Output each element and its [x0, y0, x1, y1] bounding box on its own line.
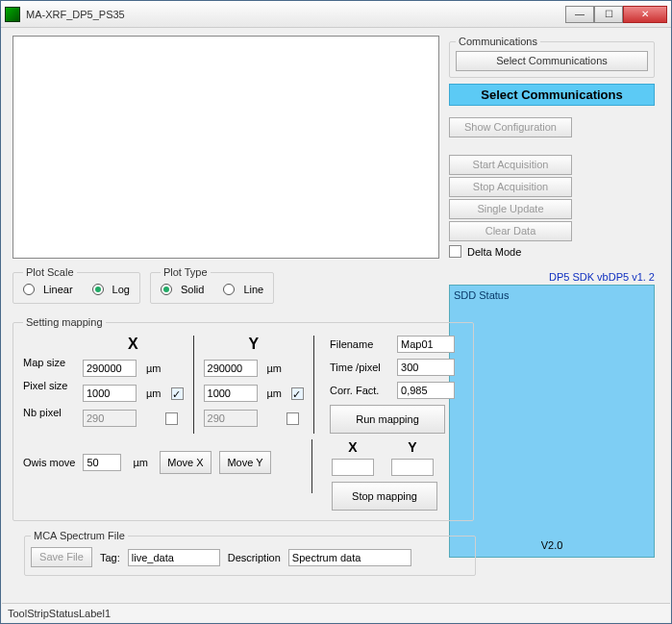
corr-fact-label: Corr. Fact. — [330, 385, 391, 396]
sdk-version-label: DP5 SDK vbDP5 v1. 2 — [449, 271, 655, 283]
pos-x-input[interactable] — [332, 459, 374, 476]
time-pixel-label: Time /pixel — [330, 362, 391, 373]
plot-scale-linear-radio[interactable] — [23, 284, 35, 295]
time-pixel-input[interactable] — [397, 359, 455, 376]
nb-pixel-y-check[interactable] — [286, 412, 299, 425]
filename-label: Filename — [330, 338, 391, 350]
plot-scale-log-radio[interactable] — [92, 284, 104, 295]
plot-type-group: Plot Type Solid Line — [150, 266, 274, 304]
pos-y-input[interactable] — [391, 459, 434, 476]
tag-label: Tag: — [100, 552, 120, 563]
communications-group: Communications Select Communications — [449, 36, 655, 78]
map-size-x-input[interactable] — [83, 360, 137, 377]
titlebar: MA-XRF_DP5_PS35 — ☐ ✕ — [1, 1, 671, 28]
pixel-size-y-input[interactable] — [204, 385, 258, 402]
status-label: ToolStripStatusLabel1 — [8, 608, 111, 619]
app-window: MA-XRF_DP5_PS35 — ☐ ✕ Communications Sel… — [0, 0, 672, 624]
setting-mapping-group: Setting mapping Map size Pixel size Nb p… — [12, 316, 474, 521]
nb-pixel-x-check[interactable] — [165, 412, 178, 425]
minimize-button[interactable]: — — [565, 6, 594, 23]
select-communications-highlight[interactable]: Select Communications — [449, 84, 655, 106]
plot-type-legend: Plot Type — [161, 266, 211, 278]
single-update-button[interactable]: Single Update — [449, 199, 572, 219]
filename-input[interactable] — [397, 336, 455, 353]
mca-spectrum-group: MCA Spectrum File Save File Tag: Descrip… — [24, 530, 476, 576]
maximize-button[interactable]: ☐ — [594, 6, 623, 23]
xy-divider-1 — [193, 336, 194, 434]
description-label: Description — [228, 552, 281, 563]
communications-legend: Communications — [456, 36, 540, 47]
y-header: Y — [204, 336, 305, 353]
sdd-version: V2.0 — [450, 539, 654, 551]
move-y-button[interactable]: Move Y — [219, 451, 271, 474]
plot-canvas — [12, 36, 439, 259]
nb-pixel-y-input — [204, 410, 258, 427]
pos-y-label: Y — [391, 439, 434, 455]
nb-pixel-label: Nb pixel — [23, 407, 77, 418]
plot-scale-legend: Plot Scale — [23, 266, 77, 278]
select-communications-button[interactable]: Select Communications — [456, 51, 648, 71]
sdd-status-legend: SDD Status — [454, 289, 650, 301]
plot-scale-linear-label: Linear — [43, 284, 73, 295]
clear-data-button[interactable]: Clear Data — [449, 221, 572, 241]
run-mapping-button[interactable]: Run mapping — [330, 405, 445, 434]
tag-input[interactable] — [128, 549, 220, 566]
plot-type-solid-label: Solid — [181, 284, 204, 295]
app-icon — [5, 7, 20, 22]
owis-move-label: Owis move — [23, 457, 75, 468]
save-file-button[interactable]: Save File — [31, 547, 92, 567]
stop-mapping-button[interactable]: Stop mapping — [332, 482, 437, 511]
owis-move-input[interactable] — [83, 454, 121, 471]
pixel-size-x-input[interactable] — [83, 385, 137, 402]
plot-type-line-label: Line — [243, 284, 263, 295]
start-acquisition-button[interactable]: Start Acquisition — [449, 155, 572, 175]
plot-type-solid-radio[interactable] — [161, 284, 172, 295]
nb-pixel-x-input — [83, 410, 137, 427]
x-header: X — [83, 336, 184, 353]
map-size-y-input[interactable] — [204, 360, 258, 377]
window-title: MA-XRF_DP5_PS35 — [26, 9, 565, 20]
plot-scale-log-label: Log — [112, 284, 130, 295]
pixel-size-label: Pixel size — [23, 380, 77, 391]
status-bar: ToolStripStatusLabel1 — [2, 603, 670, 622]
owis-divider — [311, 439, 312, 493]
stop-acquisition-button[interactable]: Stop Acquisition — [449, 177, 572, 197]
pos-x-label: X — [332, 439, 374, 455]
map-size-label: Map size — [23, 357, 77, 368]
xy-divider-2 — [313, 336, 314, 434]
corr-fact-input[interactable] — [397, 382, 455, 399]
close-button[interactable]: ✕ — [623, 6, 667, 23]
mca-spectrum-legend: MCA Spectrum File — [31, 530, 128, 541]
move-x-button[interactable]: Move X — [160, 451, 212, 474]
delta-mode-checkbox[interactable] — [449, 245, 461, 258]
plot-scale-group: Plot Scale Linear Log — [12, 266, 140, 304]
show-configuration-button[interactable]: Show Configuration — [449, 117, 572, 137]
delta-mode-label: Delta Mode — [467, 246, 521, 258]
description-input[interactable] — [288, 549, 411, 566]
pixel-size-x-check[interactable]: ✓ — [171, 387, 184, 400]
setting-mapping-legend: Setting mapping — [23, 316, 106, 328]
pixel-size-y-check[interactable]: ✓ — [291, 387, 304, 400]
plot-type-line-radio[interactable] — [223, 284, 235, 295]
sdd-status-panel: SDD Status V2.0 — [449, 285, 655, 558]
